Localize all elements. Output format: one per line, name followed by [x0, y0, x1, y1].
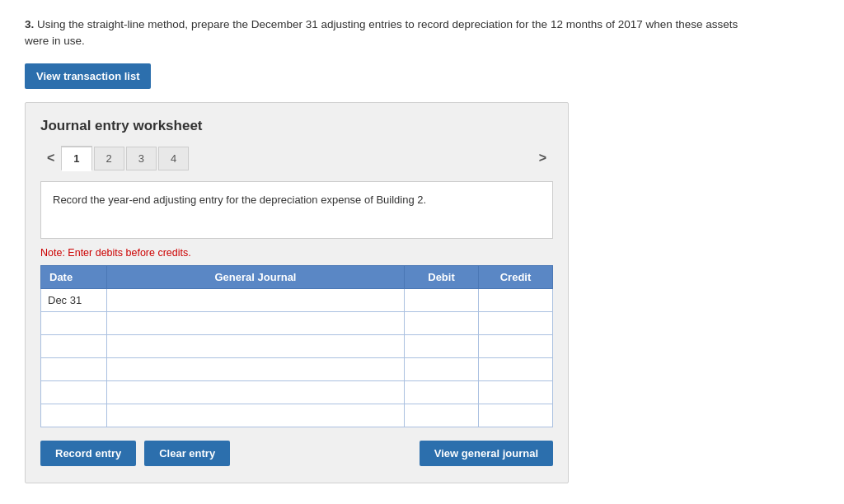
question-text: 3. Using the straight-line method, prepa…: [25, 16, 742, 50]
debit-input-1[interactable]: [405, 312, 478, 334]
journal-input-0[interactable]: [107, 289, 404, 311]
action-buttons-row: Record entry Clear entry View general jo…: [40, 441, 553, 466]
date-cell-4: [41, 380, 107, 404]
debit-cell-5[interactable]: [405, 404, 479, 427]
journal-input-2[interactable]: [107, 335, 404, 357]
credit-cell-4[interactable]: [479, 380, 553, 404]
tabs-row: < 1 2 3 4 >: [40, 146, 553, 171]
credit-cell-0[interactable]: [479, 288, 553, 311]
table-row: [41, 357, 553, 380]
journal-cell-2[interactable]: [107, 334, 405, 357]
credit-input-3[interactable]: [479, 358, 552, 380]
table-row: [41, 380, 553, 404]
journal-cell-5[interactable]: [107, 404, 405, 427]
journal-table: Date General Journal Debit Credit Dec 31: [40, 265, 553, 427]
journal-cell-1[interactable]: [107, 311, 405, 334]
tab-next-button[interactable]: >: [532, 147, 553, 169]
worksheet-title: Journal entry worksheet: [40, 118, 553, 134]
journal-input-5[interactable]: [107, 404, 404, 427]
credit-input-0[interactable]: [479, 289, 552, 311]
credit-cell-1[interactable]: [479, 311, 553, 334]
journal-cell-0[interactable]: [107, 288, 405, 311]
col-header-date: Date: [41, 265, 107, 288]
col-header-debit: Debit: [405, 265, 479, 288]
credit-input-1[interactable]: [479, 312, 552, 334]
tab-2[interactable]: 2: [94, 147, 124, 170]
tab-1[interactable]: 1: [61, 146, 91, 171]
instruction-text: Record the year-end adjusting entry for …: [53, 194, 426, 206]
tab-3[interactable]: 3: [126, 147, 157, 170]
journal-cell-3[interactable]: [107, 357, 405, 380]
debit-input-2[interactable]: [405, 335, 478, 357]
credit-cell-5[interactable]: [479, 404, 553, 427]
date-cell-2: [41, 334, 107, 357]
col-header-journal: General Journal: [107, 265, 405, 288]
credit-input-2[interactable]: [479, 335, 552, 357]
col-header-credit: Credit: [479, 265, 553, 288]
table-row: Dec 31: [41, 288, 553, 311]
question-number: 3.: [25, 18, 34, 30]
table-row: [41, 311, 553, 334]
debit-input-5[interactable]: [405, 404, 478, 427]
journal-input-4[interactable]: [107, 381, 404, 404]
journal-input-1[interactable]: [107, 312, 404, 334]
tab-prev-button[interactable]: <: [40, 147, 61, 169]
debit-cell-2[interactable]: [405, 334, 479, 357]
debit-cell-3[interactable]: [405, 357, 479, 380]
debit-input-0[interactable]: [405, 289, 478, 311]
credit-cell-2[interactable]: [479, 334, 553, 357]
instruction-box: Record the year-end adjusting entry for …: [40, 181, 553, 239]
table-row: [41, 334, 553, 357]
credit-cell-3[interactable]: [479, 357, 553, 380]
journal-entry-worksheet: Journal entry worksheet < 1 2 3 4 > Reco…: [25, 102, 569, 483]
date-cell-3: [41, 357, 107, 380]
debit-input-4[interactable]: [405, 381, 478, 404]
debit-input-3[interactable]: [405, 358, 478, 380]
date-cell-5: [41, 404, 107, 427]
note-text: Note: Enter debits before credits.: [40, 247, 553, 259]
debit-cell-0[interactable]: [405, 288, 479, 311]
credit-input-5[interactable]: [479, 404, 552, 427]
date-cell-0: Dec 31: [41, 288, 107, 311]
clear-entry-button[interactable]: Clear entry: [144, 441, 230, 466]
record-entry-button[interactable]: Record entry: [40, 441, 136, 466]
journal-input-3[interactable]: [107, 358, 404, 380]
credit-input-4[interactable]: [479, 381, 552, 404]
debit-cell-1[interactable]: [405, 311, 479, 334]
debit-cell-4[interactable]: [405, 380, 479, 404]
view-general-journal-button[interactable]: View general journal: [420, 441, 553, 466]
view-transaction-list-button[interactable]: View transaction list: [25, 63, 151, 89]
tab-4[interactable]: 4: [158, 147, 189, 170]
date-cell-1: [41, 311, 107, 334]
journal-cell-4[interactable]: [107, 380, 405, 404]
question-body: Using the straight-line method, prepare …: [25, 18, 738, 47]
table-row: [41, 404, 553, 427]
